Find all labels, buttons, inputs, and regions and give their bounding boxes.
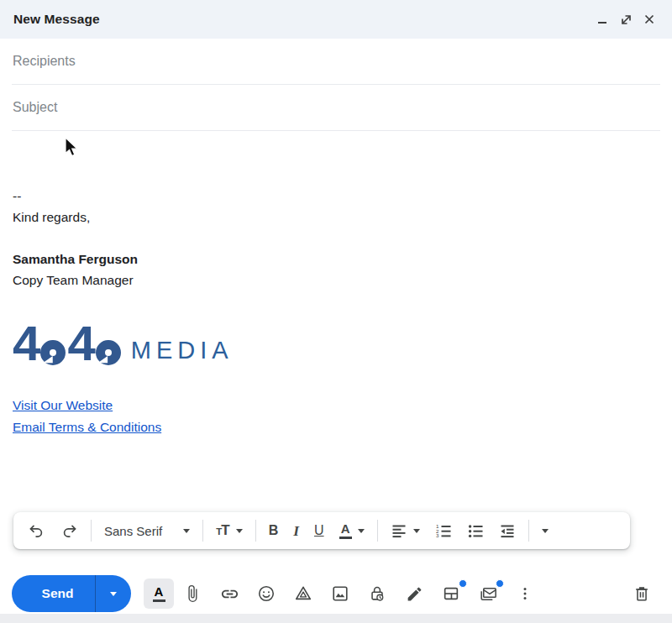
font-family-label: Sans Serif [104,524,162,538]
link-icon [220,584,239,604]
text-color-icon: A [339,522,352,539]
toolbar-divider [377,520,378,542]
more-options-button[interactable] [507,575,543,612]
send-options-button[interactable] [95,575,131,612]
italic-button[interactable]: I [286,516,307,545]
paperclip-icon [183,584,202,603]
logo-digit: 4 [67,323,92,365]
font-size-selector[interactable]: TT [208,516,249,545]
subject-row [0,84,672,130]
insert-photo-button[interactable] [322,575,359,612]
send-split-button: Send [12,575,131,612]
minimize-button[interactable] [593,10,612,29]
toolbar-divider [528,520,529,542]
page-background-strip [0,614,672,623]
formatting-options-button[interactable]: A [144,578,174,609]
align-left-icon [391,522,407,539]
multi-send-envelope-icon [479,584,498,604]
layouts-icon [442,584,460,603]
new-feature-badge [459,579,467,588]
numbered-list-icon: 123 [435,522,452,539]
three-dots-icon [517,585,533,602]
toolbar-divider [91,520,92,542]
layouts-button[interactable] [433,575,470,612]
chevron-down-icon [413,529,420,533]
outdent-button[interactable] [491,516,523,545]
redo-icon [60,522,78,540]
chevron-down-icon [358,529,365,533]
signature-delimiter: -- [13,186,659,207]
open-in-full-icon [620,13,633,26]
lock-clock-icon [368,584,386,603]
signature-role: Copy Team Manager [13,270,659,291]
message-body[interactable]: -- Kind regards, Samantha Ferguson Copy … [0,130,672,505]
body-blank-space [13,144,659,186]
toolbar-divider [255,520,256,542]
close-icon [643,13,655,25]
chevron-down-icon [110,592,117,596]
insert-drive-button[interactable] [285,575,322,612]
pen-button[interactable] [396,575,433,612]
outdent-icon [499,522,516,539]
close-button[interactable] [640,10,659,29]
signature-name: Samantha Ferguson [13,249,659,270]
send-button[interactable]: Send [12,575,95,612]
font-family-selector[interactable]: Sans Serif [97,516,197,545]
formatting-toolbar: Sans Serif TT B I U A 123 [13,512,630,549]
signature-greeting: Kind regards, [13,207,659,228]
trash-icon [633,584,651,603]
formatting-options-icon: A [153,585,165,602]
website-link[interactable]: Visit Our Website [13,395,113,416]
more-formatting-button[interactable] [534,516,556,545]
underline-icon: U [314,523,324,538]
chevron-down-icon [542,529,549,533]
bold-icon: B [269,523,279,538]
signature-links: Visit Our Website Email Terms & Conditio… [13,395,659,438]
attach-files-button[interactable] [174,575,211,612]
logo-bubble-zero [40,340,66,365]
chevron-down-icon [183,529,190,533]
new-feature-badge [496,579,504,588]
chevron-down-icon [236,529,243,533]
multi-send-button[interactable] [470,575,507,612]
redo-button[interactable] [53,516,86,545]
svg-text:3: 3 [436,532,439,538]
terms-link[interactable]: Email Terms & Conditions [13,416,161,438]
window-controls [593,10,659,29]
compose-titlebar: New Message [0,0,672,39]
underline-button[interactable]: U [307,516,332,545]
bold-button[interactable]: B [261,516,286,545]
toolbar-divider [202,520,203,542]
font-size-icon: TT [216,522,229,539]
bulleted-list-button[interactable] [459,516,491,545]
italic-icon: I [293,522,299,540]
confidential-mode-button[interactable] [359,575,396,612]
google-drive-icon [294,584,312,603]
compose-action-bar: Send A [0,574,672,613]
discard-draft-button[interactable] [623,575,660,612]
logo-digit: 4 [13,323,38,365]
undo-button[interactable] [20,516,53,545]
bulleted-list-icon [467,522,484,539]
company-logo: 4 4 MEDIA [13,322,659,366]
pen-icon [406,585,423,603]
undo-icon [28,522,45,540]
recipients-row [0,39,672,84]
align-button[interactable] [383,516,428,545]
subject-input[interactable] [13,100,659,115]
image-icon [331,584,349,603]
pop-out-button[interactable] [617,10,635,29]
logo-suffix: MEDIA [131,338,234,366]
blank-line [13,228,659,249]
insert-link-button[interactable] [211,575,248,612]
text-color-button[interactable]: A [332,516,372,545]
insert-emoji-button[interactable] [248,575,285,612]
numbered-list-button[interactable]: 123 [428,516,459,545]
window-title: New Message [13,12,100,27]
logo-bubble-zero [96,340,121,365]
emoji-icon [257,584,276,603]
minimize-icon [596,13,608,25]
recipients-input[interactable] [13,54,659,69]
